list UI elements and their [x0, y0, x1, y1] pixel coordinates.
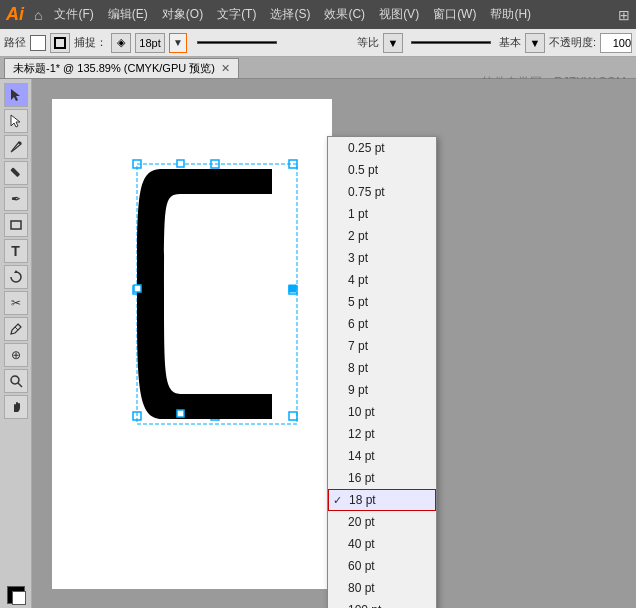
eyedropper-tool[interactable]: [4, 317, 28, 341]
pencil-icon: [9, 166, 23, 180]
left-toolbar: ✒ T ✂ ⊕: [0, 79, 32, 608]
rectangle-tool[interactable]: [4, 213, 28, 237]
scissors-tool[interactable]: ✂: [4, 291, 28, 315]
hand-icon: [9, 400, 23, 414]
canvas-svg: [82, 114, 332, 584]
dropdown-item-2-pt[interactable]: 2 pt: [328, 225, 436, 247]
dropdown-item-label: 9 pt: [348, 383, 368, 397]
pencil-tool[interactable]: [4, 161, 28, 185]
stroke-preview-long: [411, 41, 491, 44]
base-dropdown[interactable]: ▼: [525, 33, 545, 53]
close-tab-icon[interactable]: ✕: [221, 62, 230, 75]
menu-object[interactable]: 对象(O): [156, 4, 209, 25]
opacity-label: 不透明度:: [549, 35, 596, 50]
dropdown-item-100-pt[interactable]: 100 pt: [328, 599, 436, 608]
direct-selection-tool[interactable]: [4, 109, 28, 133]
menu-window[interactable]: 窗口(W): [427, 4, 482, 25]
dropdown-item-7-pt[interactable]: 7 pt: [328, 335, 436, 357]
title-bar-right: ⊞: [618, 7, 630, 23]
dropdown-item-label: 3 pt: [348, 251, 368, 265]
anchor-left[interactable]: [134, 285, 141, 292]
title-bar: Ai ⌂ 文件(F) 编辑(E) 对象(O) 文字(T) 选择(S) 效果(C)…: [0, 0, 636, 29]
dropdown-item-label: 60 pt: [348, 559, 375, 573]
grid-icon[interactable]: ⊞: [618, 7, 630, 23]
snap-btn[interactable]: ◈: [111, 33, 131, 53]
dropdown-item-4-pt[interactable]: 4 pt: [328, 269, 436, 291]
dropdown-item-60-pt[interactable]: 60 pt: [328, 555, 436, 577]
anchor-top-left[interactable]: [177, 160, 184, 167]
home-icon[interactable]: ⌂: [34, 7, 42, 23]
menu-view[interactable]: 视图(V): [373, 4, 425, 25]
dropdown-item-80-pt[interactable]: 80 pt: [328, 577, 436, 599]
dropdown-item-0.75-pt[interactable]: 0.75 pt: [328, 181, 436, 203]
active-tab[interactable]: 未标题-1* @ 135.89% (CMYK/GPU 预览) ✕: [4, 58, 239, 78]
menu-select[interactable]: 选择(S): [264, 4, 316, 25]
hand-tool[interactable]: [4, 395, 28, 419]
dropdown-item-6-pt[interactable]: 6 pt: [328, 313, 436, 335]
stroke-size-dropdown: 0.25 pt0.5 pt0.75 pt1 pt2 pt3 pt4 pt5 pt…: [327, 136, 437, 608]
zoom-tool[interactable]: [4, 369, 28, 393]
dropdown-item-label: 14 pt: [348, 449, 375, 463]
dropdown-item-label: 12 pt: [348, 427, 375, 441]
menu-file[interactable]: 文件(F): [48, 4, 99, 25]
stroke-width-btn[interactable]: 18 pt: [135, 33, 165, 53]
svg-line-8: [18, 383, 22, 387]
menu-text[interactable]: 文字(T): [211, 4, 262, 25]
dropdown-item-9-pt[interactable]: 9 pt: [328, 379, 436, 401]
text-tool[interactable]: T: [4, 239, 28, 263]
dropdown-item-label: 8 pt: [348, 361, 368, 375]
dropdown-item-0.5-pt[interactable]: 0.5 pt: [328, 159, 436, 181]
fill-color-swatch[interactable]: [7, 586, 25, 604]
app-logo: Ai: [6, 4, 24, 25]
svg-point-2: [18, 142, 21, 145]
anchor-right-selected[interactable]: [289, 285, 296, 292]
brush-tool[interactable]: ✒: [4, 187, 28, 211]
dropdown-item-14-pt[interactable]: 14 pt: [328, 445, 436, 467]
dropdown-item-12-pt[interactable]: 12 pt: [328, 423, 436, 445]
dropdown-item-label: 20 pt: [348, 515, 375, 529]
menu-effect[interactable]: 效果(C): [318, 4, 371, 25]
ratio-label: 等比: [357, 35, 379, 50]
svg-point-7: [11, 376, 19, 384]
stroke-swatch-btn[interactable]: [50, 33, 70, 53]
direct-arrow-icon: [9, 114, 23, 128]
dropdown-item-label: 1 pt: [348, 207, 368, 221]
svg-marker-0: [11, 89, 20, 101]
dropdown-item-1-pt[interactable]: 1 pt: [328, 203, 436, 225]
dropdown-item-20-pt[interactable]: 20 pt: [328, 511, 436, 533]
dropdown-item-40-pt[interactable]: 40 pt: [328, 533, 436, 555]
blend-tool[interactable]: ⊕: [4, 343, 28, 367]
c-shape-outer: [137, 169, 272, 419]
menu-help[interactable]: 帮助(H): [484, 4, 537, 25]
dropdown-item-8-pt[interactable]: 8 pt: [328, 357, 436, 379]
rotate-tool[interactable]: [4, 265, 28, 289]
svg-line-6: [15, 327, 18, 330]
pen-icon: [9, 140, 23, 154]
dropdown-item-label: 6 pt: [348, 317, 368, 331]
dropdown-item-10-pt[interactable]: 10 pt: [328, 401, 436, 423]
dropdown-item-label: 80 pt: [348, 581, 375, 595]
pen-tool[interactable]: [4, 135, 28, 159]
ratio-dropdown[interactable]: ▼: [383, 33, 403, 53]
dropdown-item-3-pt[interactable]: 3 pt: [328, 247, 436, 269]
dropdown-item-label: 100 pt: [348, 603, 381, 608]
main-area: ✒ T ✂ ⊕: [0, 79, 636, 608]
handle-br[interactable]: [289, 412, 297, 420]
stroke-color-swatch[interactable]: [12, 591, 26, 605]
dropdown-item-label: 10 pt: [348, 405, 375, 419]
selection-tool[interactable]: [4, 83, 28, 107]
opacity-input[interactable]: [600, 33, 632, 53]
stroke-unit: pt: [152, 37, 161, 49]
canvas-area[interactable]: 0.25 pt0.5 pt0.75 pt1 pt2 pt3 pt4 pt5 pt…: [32, 79, 636, 608]
dropdown-item-18-pt[interactable]: ✓18 pt: [328, 489, 436, 511]
arrow-icon: [9, 88, 23, 102]
stroke-dropdown-btn[interactable]: ▼: [169, 33, 187, 53]
fill-swatch[interactable]: [30, 35, 46, 51]
dropdown-item-0.25-pt[interactable]: 0.25 pt: [328, 137, 436, 159]
dropdown-item-16-pt[interactable]: 16 pt: [328, 467, 436, 489]
zoom-icon: [9, 374, 23, 388]
menu-edit[interactable]: 编辑(E): [102, 4, 154, 25]
dropdown-item-5-pt[interactable]: 5 pt: [328, 291, 436, 313]
anchor-bottom-left[interactable]: [177, 410, 184, 417]
dropdown-item-label: 7 pt: [348, 339, 368, 353]
